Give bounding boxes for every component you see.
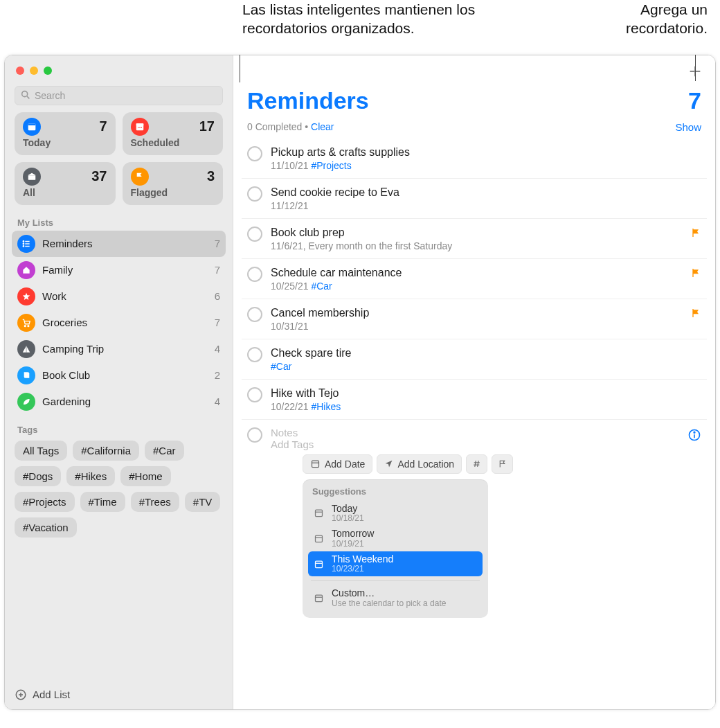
- sidebar-list-book-club[interactable]: Book Club 2: [12, 362, 226, 389]
- reminder-item[interactable]: Hike with Tejo 10/22/21 #Hikes: [242, 380, 707, 420]
- list-name: Camping Trip: [42, 343, 208, 355]
- list-count: 6: [215, 290, 220, 302]
- sidebar-list-family[interactable]: Family 7: [12, 257, 226, 283]
- completed-status: 0 Completed • Clear: [247, 121, 334, 132]
- add-location-button[interactable]: Add Location: [377, 454, 462, 474]
- complete-checkbox[interactable]: [247, 347, 262, 362]
- sidebar-list-camping-trip[interactable]: Camping Trip 4: [12, 336, 226, 362]
- sidebar: 19 7 Today 17 Scheduled 37 All 3 Flagged…: [5, 55, 233, 709]
- reminder-title: Pickup arts & crafts supplies: [271, 145, 701, 159]
- smart-list-today[interactable]: 19 7 Today: [15, 112, 116, 155]
- add-date-button[interactable]: Add Date: [303, 454, 372, 474]
- sidebar-list-work[interactable]: Work 6: [12, 283, 226, 310]
- tag-chip[interactable]: #Trees: [131, 492, 179, 512]
- svg-point-8: [139, 127, 141, 128]
- list-name: Reminders: [42, 238, 208, 249]
- reminder-item[interactable]: Check spare tire #Car: [242, 339, 707, 380]
- svg-rect-32: [315, 535, 322, 542]
- tag-chip[interactable]: #Projects: [15, 492, 75, 512]
- reminder-item[interactable]: Cancel membership 10/31/21: [242, 299, 707, 339]
- tag-link[interactable]: #Car: [271, 361, 291, 372]
- all-icon: [23, 168, 41, 186]
- tag-chip[interactable]: #California: [73, 441, 139, 461]
- reminders-window: 19 7 Today 17 Scheduled 37 All 3 Flagged…: [4, 55, 716, 710]
- suggestions-label: Suggestions: [308, 486, 483, 501]
- search-field[interactable]: [15, 86, 223, 105]
- complete-checkbox[interactable]: [247, 427, 262, 443]
- smart-list-all[interactable]: 37 All: [15, 162, 116, 205]
- svg-line-29: [478, 461, 479, 467]
- tag-chip[interactable]: #Hikes: [66, 466, 115, 486]
- complete-checkbox[interactable]: [247, 267, 262, 282]
- complete-checkbox[interactable]: [247, 387, 262, 402]
- reminder-item[interactable]: Schedule car maintenance 10/25/21 #Car: [242, 259, 707, 299]
- svg-point-11: [23, 240, 24, 241]
- tag-link[interactable]: #Car: [311, 281, 332, 292]
- svg-point-7: [137, 127, 138, 128]
- today-icon: 19: [23, 118, 41, 136]
- smart-label: Flagged: [131, 187, 215, 198]
- callout-line: [695, 55, 696, 81]
- list-name: Work: [42, 290, 208, 302]
- calendar-icon: [310, 459, 321, 469]
- svg-rect-6: [136, 123, 143, 125]
- tag-chip[interactable]: #Vacation: [15, 517, 77, 538]
- complete-checkbox[interactable]: [247, 307, 262, 322]
- tag-chip[interactable]: All Tags: [15, 441, 67, 461]
- sidebar-list-groceries[interactable]: Groceries 7: [12, 310, 226, 336]
- tag-chip[interactable]: #Car: [145, 441, 184, 461]
- add-flag-button[interactable]: [492, 454, 513, 474]
- flag-icon: [690, 266, 701, 278]
- complete-checkbox[interactable]: [247, 186, 262, 202]
- flag-icon: [690, 226, 701, 238]
- tag-chip[interactable]: #Home: [120, 466, 170, 486]
- sidebar-list-reminders[interactable]: Reminders 7: [12, 231, 226, 257]
- tag-chip[interactable]: #Dogs: [15, 466, 61, 486]
- svg-point-15: [23, 245, 24, 246]
- date-suggestion[interactable]: Custom…Use the calendar to pick a date: [308, 585, 483, 611]
- search-input[interactable]: [15, 86, 223, 105]
- reminder-title: Send cookie recipe to Eva: [271, 186, 701, 199]
- close-window-button[interactable]: [16, 66, 24, 75]
- date-suggestion[interactable]: Today10/18/21: [308, 501, 483, 526]
- svg-point-17: [24, 325, 26, 326]
- complete-checkbox[interactable]: [247, 227, 262, 242]
- reminder-subtitle: #Car: [271, 361, 701, 372]
- list-count: 7: [688, 87, 701, 114]
- reminder-item[interactable]: Book club prep 11/6/21, Every month on t…: [242, 219, 707, 259]
- smart-label: All: [23, 187, 107, 198]
- search-icon: [20, 89, 31, 100]
- show-completed-button[interactable]: Show: [675, 121, 701, 133]
- tag-chip[interactable]: #Time: [80, 492, 125, 512]
- svg-point-9: [141, 127, 142, 128]
- smart-count: 7: [99, 118, 107, 134]
- zoom-window-button[interactable]: [44, 66, 52, 75]
- smart-list-flagged[interactable]: 3 Flagged: [123, 162, 224, 205]
- smart-count: 17: [199, 118, 215, 134]
- minimize-window-button[interactable]: [30, 66, 38, 75]
- tag-link[interactable]: #Projects: [311, 160, 351, 171]
- svg-rect-36: [315, 595, 322, 601]
- reminder-subtitle: 10/31/21: [271, 321, 682, 332]
- clear-completed-button[interactable]: Clear: [311, 121, 334, 132]
- add-tags-placeholder[interactable]: Add Tags: [271, 438, 679, 450]
- date-suggestions-popover: Suggestions Today10/18/21 Tomorrow10/19/…: [303, 479, 488, 618]
- tag-link[interactable]: #Hikes: [311, 401, 341, 412]
- sidebar-list-gardening[interactable]: Gardening 4: [12, 389, 226, 415]
- list-name: Family: [42, 264, 208, 276]
- notes-placeholder[interactable]: Notes: [271, 427, 679, 438]
- date-suggestion[interactable]: This Weekend10/23/21: [308, 551, 483, 577]
- list-count: 7: [215, 317, 220, 328]
- scheduled-icon: [131, 118, 149, 136]
- tag-chip[interactable]: #TV: [185, 492, 221, 512]
- complete-checkbox[interactable]: [247, 146, 262, 161]
- info-button[interactable]: [687, 428, 701, 442]
- new-reminder-row[interactable]: Notes Add Tags Add Date Add Location Sug…: [242, 420, 707, 625]
- add-tag-button[interactable]: [466, 454, 487, 474]
- reminder-item[interactable]: Send cookie recipe to Eva 11/12/21: [242, 179, 707, 219]
- reminder-item[interactable]: Pickup arts & crafts supplies 11/10/21 #…: [242, 139, 707, 179]
- smart-list-scheduled[interactable]: 17 Scheduled: [123, 112, 224, 155]
- date-suggestion[interactable]: Tomorrow10/19/21: [308, 526, 483, 551]
- svg-point-13: [23, 243, 24, 244]
- add-list-button[interactable]: Add List: [5, 680, 233, 709]
